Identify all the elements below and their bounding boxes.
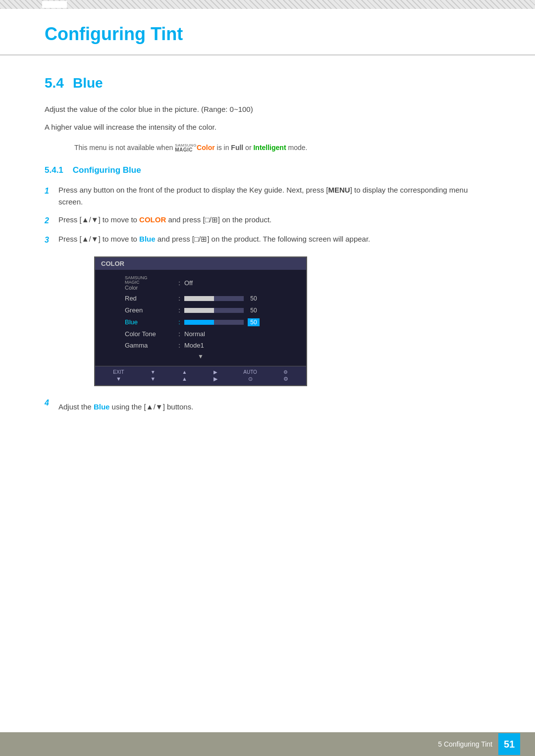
monitor-row-red: Red : 50: [95, 293, 306, 304]
magic-color-colon: :: [174, 279, 184, 287]
monitor-screen-wrapper: COLOR SAMSUNG MAGIC Color : Off Red :: [94, 256, 307, 386]
green-row-label: Green: [125, 306, 174, 314]
monitor-header: COLOR: [95, 257, 306, 270]
monitor-row-color-tone: Color Tone : Normal: [95, 328, 306, 340]
step-text-4: Adjust the Blue using the [▲/▼] buttons.: [58, 401, 490, 413]
red-colon: :: [174, 295, 184, 302]
footer-settings: ⚙ ⚙: [283, 369, 288, 382]
color-tone-colon: :: [174, 330, 184, 338]
steps-list: 1 Press any button on the front of the p…: [45, 184, 490, 246]
note-box: This menu is not available when SAMSUNG …: [74, 142, 490, 153]
description1: Adjust the value of the color blue in th…: [45, 103, 490, 115]
step-text-3: Press [▲/▼] to move to Blue and press [□…: [58, 233, 490, 245]
gamma-colon: :: [174, 342, 184, 349]
green-colon: :: [174, 306, 184, 314]
monitor-body: SAMSUNG MAGIC Color : Off Red : 5: [95, 270, 306, 366]
footer-exit: EXIT ▼: [113, 369, 124, 382]
monitor-screen: COLOR SAMSUNG MAGIC Color : Off Red :: [94, 256, 307, 386]
footer-text: 5 Configuring Tint: [438, 740, 492, 748]
color-tone-label: Color Tone: [125, 330, 174, 338]
sub-section-title: Configuring Blue: [73, 165, 141, 175]
monitor-row-gamma: Gamma : Mode1: [95, 340, 306, 351]
blue-menu-label: Blue: [139, 235, 156, 243]
samsung-magic-brand: SAMSUNG MAGIC: [175, 144, 197, 152]
menu-key: MENU: [328, 186, 350, 194]
step-item-1: 1 Press any button on the front of the p…: [45, 184, 490, 208]
blue-bar-bg: [184, 320, 244, 325]
step-number-4: 4: [45, 396, 58, 409]
color-menu-label: COLOR: [139, 215, 166, 224]
step-number-2: 2: [45, 214, 58, 227]
red-bar-fill: [184, 296, 214, 301]
monitor-row-green: Green : 50: [95, 304, 306, 316]
step-item-2: 2 Press [▲/▼] to move to COLOR and press…: [45, 214, 490, 227]
step-text-2: Press [▲/▼] to move to COLOR and press […: [58, 214, 490, 226]
footer-down: ▼ ▼: [150, 369, 156, 382]
green-bar-fill: [184, 308, 214, 313]
blue-row-value: 50: [184, 318, 296, 326]
color-tone-value: Normal: [184, 330, 296, 338]
footer-auto: AUTO ⊙: [243, 369, 257, 382]
section-number: 5.4: [45, 75, 64, 91]
footer-page-number: 51: [498, 733, 520, 755]
top-bar-white-box: [42, 1, 67, 8]
step-item-4: 4 Adjust the Blue using the [▲/▼] button…: [45, 396, 490, 413]
page-title: Configuring Tint: [45, 24, 490, 45]
blue-colon: :: [174, 318, 184, 326]
sub-section-heading: 5.4.1 Configuring Blue: [45, 165, 490, 175]
main-content: 5.4 Blue Adjust the value of the color b…: [0, 75, 535, 413]
note-or: or: [245, 144, 251, 151]
gamma-label: Gamma: [125, 342, 174, 349]
note-text: This menu is not available when: [74, 144, 173, 151]
page-header: Configuring Tint: [0, 9, 535, 55]
sub-section-number: 5.4.1: [45, 165, 63, 175]
description2: A higher value will increase the intensi…: [45, 121, 490, 133]
monitor-row-blue: Blue : 50: [95, 316, 306, 328]
note-intelligent: Intelligent: [253, 144, 286, 151]
blue-bar-number: 50: [248, 318, 260, 326]
green-bar-bg: [184, 308, 244, 313]
footer-enter: ▶ ▶: [214, 369, 217, 382]
step-text-1: Press any button on the front of the pro…: [58, 184, 490, 208]
scroll-indicator: ▼: [95, 351, 306, 362]
step4-blue: Blue: [94, 403, 110, 411]
red-bar-number: 50: [248, 295, 260, 302]
top-decorative-bar: [0, 0, 535, 9]
step4-prefix: Adjust the: [58, 403, 94, 411]
step-number-1: 1: [45, 184, 58, 198]
monitor-footer: EXIT ▼ ▼ ▼ ▲ ▲ ▶ ▶ AUTO ⊙: [95, 366, 306, 385]
section-heading: 5.4 Blue: [45, 75, 490, 91]
note-middle: is in: [217, 144, 229, 151]
magic-color-value: Off: [184, 279, 296, 287]
step-item-3: 3 Press [▲/▼] to move to Blue and press …: [45, 233, 490, 247]
green-bar-number: 50: [248, 306, 260, 314]
page-footer: 5 Configuring Tint 51: [0, 732, 535, 756]
magic-color-label: Color: [197, 144, 215, 151]
step-number-3: 3: [45, 233, 58, 247]
red-bar-bg: [184, 296, 244, 301]
note-end: mode.: [288, 144, 307, 151]
footer-up: ▲ ▲: [182, 369, 187, 382]
blue-row-label: Blue: [125, 318, 174, 326]
red-row-label: Red: [125, 295, 174, 302]
monitor-row-magic-color: SAMSUNG MAGIC Color : Off: [95, 274, 306, 293]
green-row-value: 50: [184, 306, 296, 314]
blue-bar-fill: [184, 320, 214, 325]
gamma-value: Mode1: [184, 342, 296, 349]
note-full: Full: [231, 144, 243, 151]
step4-suffix: using the [▲/▼] buttons.: [109, 403, 193, 411]
red-row-value: 50: [184, 295, 296, 302]
section-title: Blue: [73, 75, 103, 91]
magic-color-row-label: SAMSUNG MAGIC Color: [125, 276, 174, 291]
